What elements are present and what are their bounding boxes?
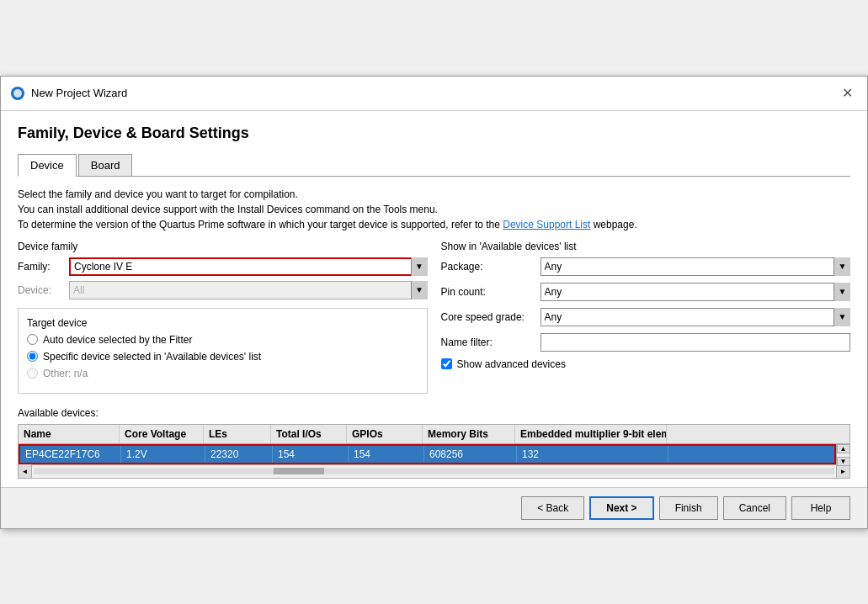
family-label: Family: (18, 261, 64, 273)
show-advanced-label: Show advanced devices (457, 358, 566, 370)
desc-line1: Select the family and device you want to… (18, 187, 850, 202)
table-header: Name Core Voltage LEs Total I/Os GPIOs M… (19, 425, 849, 444)
tab-device[interactable]: Device (18, 154, 77, 177)
vertical-scrollbar[interactable]: ▲ ▼ (836, 444, 849, 464)
titlebar: New Project Wizard ✕ (1, 77, 867, 111)
horiz-scroll-track (34, 468, 834, 474)
device-family-section: Device family Family: Cyclone IV E Cyclo… (18, 241, 428, 299)
family-row: Family: Cyclone IV E Cyclone IV GX Cyclo… (18, 257, 428, 276)
td-les: 22320 (205, 446, 273, 463)
radio-other-label: Other: n/a (43, 368, 88, 379)
available-devices-section: Available devices: Name Core Voltage LEs… (1, 407, 867, 487)
horiz-scroll-thumb[interactable] (274, 468, 324, 474)
tabs-container: Device Board (18, 154, 850, 177)
speed-grade-label: Core speed grade: (441, 311, 534, 323)
name-filter-row: Name filter: (441, 333, 851, 352)
pin-count-select-wrapper: Any ▼ (541, 283, 851, 301)
pin-count-select[interactable]: Any (541, 283, 851, 301)
name-filter-label: Name filter: (441, 336, 534, 348)
next-button[interactable]: Next > (589, 496, 653, 520)
package-row: Package: Any ▼ (441, 257, 851, 276)
radio-auto-input[interactable] (27, 334, 38, 345)
left-panel: Device family Family: Cyclone IV E Cyclo… (18, 241, 428, 394)
device-row: Device: All ▼ (18, 281, 428, 299)
horiz-track (32, 468, 836, 474)
titlebar-left: New Project Wizard (11, 87, 127, 100)
radio-auto: Auto device selected by the Fitter (27, 334, 418, 346)
family-select-wrapper: Cyclone IV E Cyclone IV GX Cyclone V MAX… (69, 257, 428, 276)
scroll-right-arrow[interactable]: ► (836, 464, 849, 478)
pin-count-row: Pin count: Any ▼ (441, 283, 851, 301)
package-label: Package: (441, 261, 534, 273)
th-scroll-spacer (667, 425, 680, 443)
radio-other: Other: n/a (27, 368, 418, 379)
td-embedded: 132 (517, 446, 668, 463)
help-button[interactable]: Help (791, 496, 850, 520)
th-les: LEs (204, 425, 271, 443)
radio-auto-label: Auto device selected by the Fitter (43, 334, 192, 346)
finish-button[interactable]: Finish (659, 496, 718, 520)
th-embedded: Embedded multiplier 9-bit eleme (515, 425, 667, 443)
devices-table: Name Core Voltage LEs Total I/Os GPIOs M… (18, 424, 850, 479)
device-select: All (69, 281, 428, 299)
target-device-section: Target device Auto device selected by th… (18, 308, 428, 394)
available-devices-title: Available devices: (18, 407, 850, 419)
svg-point-0 (13, 89, 22, 98)
th-gpios: GPIOs (347, 425, 423, 443)
table-body[interactable]: EP4CE22F17C6 1.2V 22320 154 154 608256 1… (19, 444, 849, 464)
desc-line2: You can install additional device suppor… (18, 202, 850, 217)
desc-line3-suffix: webpage. (590, 219, 636, 230)
horizontal-scrollbar[interactable]: ◄ ► (19, 464, 849, 478)
radio-other-input (27, 368, 38, 379)
desc-line3: To determine the version of the Quartus … (18, 217, 850, 232)
wizard-window: New Project Wizard ✕ Family, Device & Bo… (0, 76, 868, 529)
th-name: Name (19, 425, 120, 443)
window-title: New Project Wizard (31, 87, 127, 99)
td-membits: 608256 (424, 446, 517, 463)
table-body-container: EP4CE22F17C6 1.2V 22320 154 154 608256 1… (19, 444, 849, 464)
th-voltage: Core Voltage (120, 425, 204, 443)
pin-count-label: Pin count: (441, 286, 534, 298)
name-filter-input[interactable] (541, 333, 851, 352)
th-ios: Total I/Os (271, 425, 347, 443)
page-title: Family, Device & Board Settings (18, 125, 850, 142)
device-select-wrapper: All ▼ (69, 281, 428, 299)
show-in-list-title: Show in 'Available devices' list (441, 241, 851, 252)
close-button[interactable]: ✕ (837, 83, 857, 103)
main-content: Family, Device & Board Settings Device B… (1, 111, 867, 407)
td-gpios: 154 (349, 446, 424, 463)
desc-line3-prefix: To determine the version of the Quartus … (18, 219, 503, 230)
device-family-title: Device family (18, 241, 428, 252)
main-area: Device family Family: Cyclone IV E Cyclo… (18, 241, 850, 394)
th-membits: Memory Bits (423, 425, 515, 443)
scroll-up-arrow[interactable]: ▲ (837, 444, 850, 453)
scroll-down-arrow[interactable]: ▼ (837, 457, 850, 466)
radio-specific: Specific device selected in 'Available d… (27, 351, 418, 363)
speed-grade-select-wrapper: Any ▼ (541, 308, 851, 326)
package-select-wrapper: Any ▼ (541, 257, 851, 276)
td-voltage: 1.2V (121, 446, 205, 463)
right-panel: Show in 'Available devices' list Package… (441, 241, 851, 394)
speed-grade-select[interactable]: Any (541, 308, 851, 326)
speed-grade-row: Core speed grade: Any ▼ (441, 308, 851, 326)
device-support-link[interactable]: Device Support List (503, 219, 590, 230)
back-button[interactable]: < Back (521, 496, 584, 520)
footer: < Back Next > Finish Cancel Help (1, 487, 867, 528)
radio-specific-input[interactable] (27, 351, 38, 362)
show-advanced-checkbox[interactable] (441, 358, 452, 369)
package-select[interactable]: Any (541, 257, 851, 276)
app-icon (11, 87, 24, 100)
description-block: Select the family and device you want to… (18, 187, 850, 232)
table-row[interactable]: EP4CE22F17C6 1.2V 22320 154 154 608256 1… (19, 444, 836, 464)
td-name: EP4CE22F17C6 (20, 446, 121, 463)
radio-specific-label: Specific device selected in 'Available d… (43, 351, 261, 363)
td-ios: 154 (273, 446, 349, 463)
scroll-left-arrow[interactable]: ◄ (19, 464, 32, 478)
target-device-title: Target device (27, 317, 418, 329)
family-select[interactable]: Cyclone IV E Cyclone IV GX Cyclone V MAX… (69, 257, 428, 276)
device-label: Device: (18, 284, 64, 296)
cancel-button[interactable]: Cancel (723, 496, 786, 520)
show-advanced-row: Show advanced devices (441, 358, 851, 370)
tab-board[interactable]: Board (78, 154, 133, 176)
